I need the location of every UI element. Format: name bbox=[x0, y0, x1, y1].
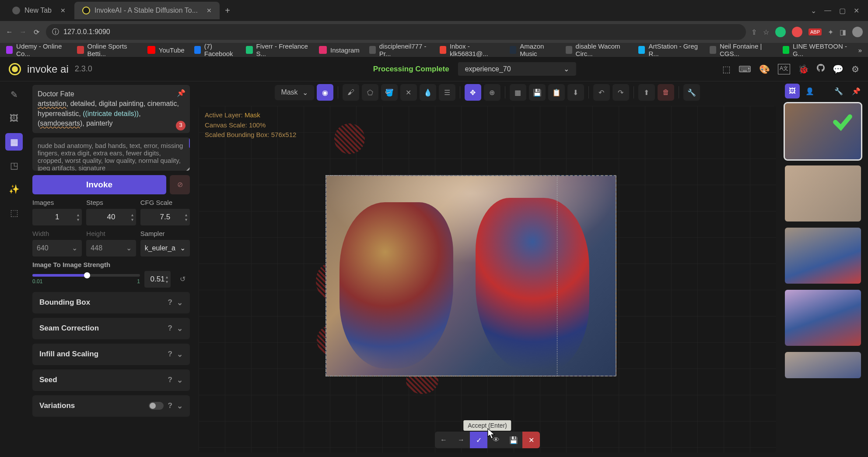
steps-input[interactable]: 40▴▾ bbox=[86, 209, 136, 225]
extension-icon[interactable] bbox=[792, 27, 802, 37]
cube-icon[interactable]: ⬚ bbox=[722, 64, 731, 74]
resize-handle[interactable]: ◢ bbox=[185, 165, 189, 170]
extension-abp-icon[interactable]: ABP bbox=[808, 28, 822, 35]
palette-icon[interactable]: 🎨 bbox=[759, 64, 770, 74]
gallery-thumbnail[interactable] bbox=[785, 290, 861, 346]
gallery-thumbnail[interactable] bbox=[785, 165, 861, 221]
gallery-thumbnail[interactable] bbox=[785, 228, 861, 284]
nodes-tab[interactable]: ◳ bbox=[5, 157, 23, 174]
layer-selector[interactable]: Mask⌄ bbox=[275, 85, 314, 100]
close-icon[interactable]: ✕ bbox=[60, 7, 66, 14]
width-select[interactable]: 640⌄ bbox=[32, 240, 82, 257]
staging-next-button[interactable]: → bbox=[452, 432, 470, 448]
undo-button[interactable]: ↶ bbox=[593, 84, 610, 101]
bookmark-item[interactable]: Fiverr - Freelance S... bbox=[246, 42, 309, 57]
variations-accordion[interactable]: Variations ?⌄ bbox=[32, 395, 190, 417]
bookmark-item[interactable]: YouTube bbox=[147, 46, 185, 54]
staging-toggle-visibility-button[interactable]: 👁 bbox=[487, 432, 505, 448]
browser-tab[interactable]: New Tab ✕ bbox=[4, 2, 74, 19]
staging-accept-button[interactable]: ✓ bbox=[470, 432, 487, 448]
close-window-icon[interactable]: ✕ bbox=[854, 7, 859, 15]
brush-tool[interactable]: 🖌 bbox=[343, 84, 359, 101]
close-icon[interactable]: ✕ bbox=[206, 7, 212, 14]
unified-canvas-tab[interactable]: ▦ bbox=[5, 133, 23, 151]
bookmark-item[interactable]: Online Sports Betti... bbox=[77, 42, 137, 57]
gallery-user-tab[interactable]: 👤 bbox=[802, 84, 817, 98]
staging-save-button[interactable]: 💾 bbox=[505, 432, 522, 448]
help-icon[interactable]: ? bbox=[168, 350, 172, 359]
help-icon[interactable]: ? bbox=[168, 298, 172, 307]
canvas-settings-button[interactable]: 🔧 bbox=[683, 84, 700, 101]
cfg-input[interactable]: 7.5▴▾ bbox=[140, 209, 190, 225]
negative-prompt-input[interactable]: nude bad anatomy, bad hands, text, error… bbox=[32, 137, 190, 171]
clear-mask-button[interactable]: ✕ bbox=[400, 84, 417, 101]
infill-scaling-accordion[interactable]: Infill and Scaling ?⌄ bbox=[32, 344, 190, 365]
settings-icon[interactable]: ⚙ bbox=[851, 64, 859, 74]
minimize-icon[interactable]: — bbox=[824, 7, 831, 15]
i2i-strength-slider[interactable] bbox=[32, 274, 140, 277]
bookmark-item[interactable]: Neil Fontaine | CGS... bbox=[710, 42, 773, 57]
copy-to-clipboard-button[interactable]: 📋 bbox=[548, 84, 565, 101]
pin-icon[interactable]: 📌 bbox=[177, 88, 186, 98]
gallery-settings-button[interactable]: 🔧 bbox=[831, 84, 846, 98]
move-tool[interactable]: ✥ bbox=[465, 84, 481, 101]
staging-prev-button[interactable]: ← bbox=[435, 432, 452, 448]
help-icon[interactable]: ? bbox=[168, 401, 172, 410]
bounding-box-accordion[interactable]: Bounding Box ?⌄ bbox=[32, 292, 190, 313]
img2img-tab[interactable]: 🖼 bbox=[5, 109, 23, 127]
bookmark-item[interactable]: discipleneil777 - Pr... bbox=[369, 42, 430, 57]
github-icon[interactable] bbox=[817, 64, 825, 74]
model-selector[interactable]: experience_70 ⌄ bbox=[458, 62, 576, 76]
save-to-gallery-button[interactable]: 💾 bbox=[529, 84, 546, 101]
upload-button[interactable]: ⬆ bbox=[638, 84, 655, 101]
chevron-down-icon[interactable]: ⌄ bbox=[811, 7, 816, 15]
language-icon[interactable]: A文 bbox=[778, 64, 790, 74]
bookmark-item[interactable]: Udemy - Online Co... bbox=[6, 42, 67, 57]
extension-icon[interactable] bbox=[775, 27, 786, 37]
gallery-thumbnail[interactable] bbox=[785, 352, 861, 378]
images-input[interactable]: 1▴▾ bbox=[32, 209, 82, 225]
invoke-button[interactable]: Invoke bbox=[32, 175, 166, 194]
reset-i2i-button[interactable]: ↺ bbox=[175, 272, 190, 287]
extensions-icon[interactable]: ✦ bbox=[828, 28, 833, 36]
new-tab-button[interactable]: + bbox=[220, 4, 234, 18]
bookmark-item[interactable]: disable Wacom Circ... bbox=[566, 42, 629, 57]
star-icon[interactable]: ☆ bbox=[763, 28, 769, 36]
staging-discard-button[interactable]: ✕ bbox=[522, 432, 540, 448]
help-icon[interactable]: ? bbox=[168, 324, 172, 333]
cancel-button[interactable]: ⊘ bbox=[170, 175, 190, 194]
bookmarks-overflow-button[interactable]: » bbox=[858, 46, 862, 54]
positive-prompt-input[interactable]: 📌 Doctor Fate artstation, detailed, digi… bbox=[32, 85, 190, 133]
color-picker-tool[interactable]: 💧 bbox=[420, 84, 436, 101]
help-icon[interactable]: ? bbox=[168, 376, 172, 384]
gallery-thumbnail[interactable] bbox=[785, 103, 861, 159]
i2i-value-input[interactable]: 0.51▴▾ bbox=[144, 271, 171, 288]
maximize-icon[interactable]: ▢ bbox=[839, 7, 846, 15]
profile-avatar[interactable] bbox=[852, 27, 863, 37]
bookmark-item[interactable]: LINE WEBTOON - G... bbox=[783, 42, 849, 57]
bookmark-item[interactable]: Amazon Music bbox=[510, 42, 556, 57]
eraser-tool[interactable]: ⬠ bbox=[362, 84, 378, 101]
back-button[interactable]: ← bbox=[5, 26, 14, 38]
forward-button[interactable]: → bbox=[19, 26, 27, 38]
training-tab[interactable]: ⬚ bbox=[5, 204, 23, 221]
reload-button[interactable]: ⟳ bbox=[32, 26, 41, 38]
reset-view-button[interactable]: ⊕ bbox=[484, 84, 500, 101]
postprocess-tab[interactable]: ✨ bbox=[5, 180, 23, 198]
sidepanel-icon[interactable]: ◨ bbox=[840, 28, 846, 36]
slider-thumb[interactable] bbox=[84, 272, 90, 278]
keyboard-icon[interactable]: ⌨ bbox=[738, 64, 751, 74]
share-icon[interactable]: ⇪ bbox=[751, 28, 757, 36]
bookmark-item[interactable]: ArtStation - Greg R... bbox=[638, 42, 700, 57]
bookmark-item[interactable]: (7) Facebook bbox=[194, 42, 237, 57]
gallery-images-tab[interactable]: 🖼 bbox=[785, 84, 800, 98]
variations-toggle[interactable] bbox=[149, 402, 164, 410]
bookmark-item[interactable]: Instagram bbox=[319, 46, 360, 54]
scrollbar-thumb[interactable] bbox=[189, 137, 190, 148]
bug-icon[interactable]: 🐞 bbox=[798, 64, 809, 74]
mask-settings-button[interactable]: ◉ bbox=[317, 84, 333, 101]
sampler-select[interactable]: k_euler_a⌄ bbox=[140, 240, 190, 257]
fill-tool[interactable]: 🪣 bbox=[381, 84, 398, 101]
txt2img-tab[interactable]: ✎ bbox=[5, 86, 23, 103]
redo-button[interactable]: ↷ bbox=[612, 84, 629, 101]
